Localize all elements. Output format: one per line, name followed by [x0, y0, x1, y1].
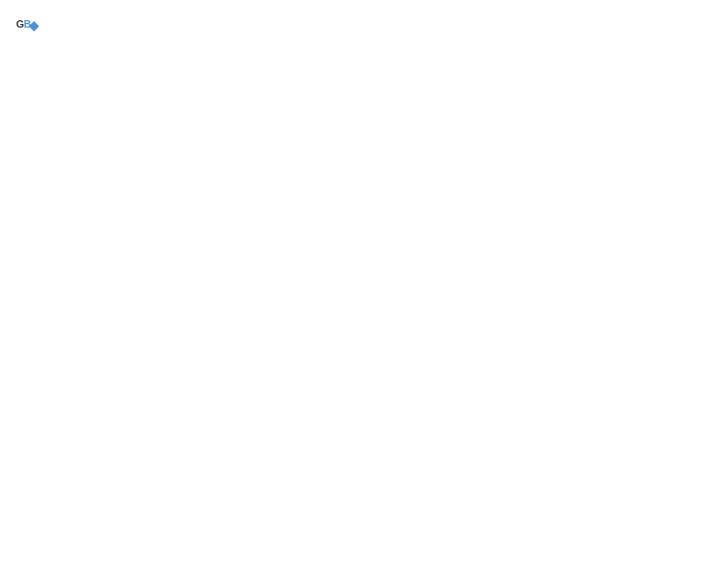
svg-text:B: B	[24, 18, 31, 29]
logo-icon: G B	[15, 15, 40, 40]
header: G B	[15, 15, 713, 40]
svg-text:G: G	[16, 18, 24, 29]
logo: G B	[15, 15, 44, 40]
